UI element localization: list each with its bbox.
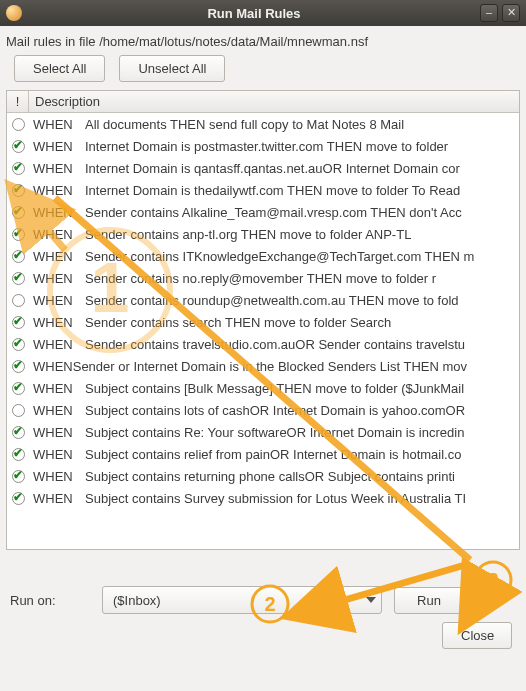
table-row[interactable]: WHENSubject contains Re: Your softwareOR… — [7, 421, 519, 443]
table-row[interactable]: WHENSender contains ITKnowledgeExchange@… — [7, 245, 519, 267]
rule-checkbox-cell[interactable] — [7, 250, 29, 263]
column-header-description[interactable]: Description — [29, 91, 519, 112]
rule-checkbox[interactable] — [12, 294, 25, 307]
rule-when-label: WHEN — [29, 425, 85, 440]
table-row[interactable]: WHENSender or Internet Domain is in the … — [7, 355, 519, 377]
table-row[interactable]: WHENSubject contains [Bulk Message] THEN… — [7, 377, 519, 399]
rule-description: Subject contains Re: Your softwareOR Int… — [85, 425, 519, 440]
table-row[interactable]: WHENSender contains roundup@netwealth.co… — [7, 289, 519, 311]
rule-description: Subject contains relief from painOR Inte… — [85, 447, 519, 462]
rule-description: Sender contains search THEN move to fold… — [85, 315, 519, 330]
rule-description: Sender contains no.reply@movember THEN m… — [85, 271, 519, 286]
table-row[interactable]: WHENSubject contains returning phone cal… — [7, 465, 519, 487]
window-titlebar: Run Mail Rules – ✕ — [0, 0, 526, 26]
table-row[interactable]: WHENInternet Domain is thedailywtf.com T… — [7, 179, 519, 201]
rule-when-label: WHEN — [29, 183, 85, 198]
rule-checkbox-cell[interactable] — [7, 184, 29, 197]
rule-checkbox[interactable] — [12, 492, 25, 505]
close-button[interactable]: Close — [442, 622, 512, 649]
run-on-value[interactable]: ($Inbox) — [102, 586, 382, 614]
rule-checkbox-cell[interactable] — [7, 118, 29, 131]
rule-when-label: WHEN — [29, 337, 85, 352]
table-row[interactable]: WHENSubject contains relief from painOR … — [7, 443, 519, 465]
rule-checkbox[interactable] — [12, 206, 25, 219]
rule-checkbox[interactable] — [12, 228, 25, 241]
table-row[interactable]: WHENAll documents THEN send full copy to… — [7, 113, 519, 135]
rules-list-header: ! Description — [7, 91, 519, 113]
table-row[interactable]: WHENInternet Domain is qantasff.qantas.n… — [7, 157, 519, 179]
rule-when-label: WHEN — [29, 139, 85, 154]
rule-when-label: WHEN — [29, 381, 85, 396]
rule-when-label: WHEN — [29, 447, 85, 462]
rule-when-label: WHEN — [29, 491, 85, 506]
selection-buttons: Select All Unselect All — [6, 55, 520, 82]
unselect-all-button[interactable]: Unselect All — [119, 55, 225, 82]
rule-checkbox-cell[interactable] — [7, 294, 29, 307]
rule-description: Subject contains returning phone callsOR… — [85, 469, 519, 484]
rule-description: Subject contains Survey submission for L… — [85, 491, 519, 506]
rule-description: Sender contains Alkaline_Team@mail.vresp… — [85, 205, 519, 220]
rule-checkbox-cell[interactable] — [7, 470, 29, 483]
rule-checkbox-cell[interactable] — [7, 448, 29, 461]
rule-checkbox[interactable] — [12, 140, 25, 153]
rule-checkbox-cell[interactable] — [7, 206, 29, 219]
rule-checkbox-cell[interactable] — [7, 492, 29, 505]
table-row[interactable]: WHENSender contains travelstudio.com.auO… — [7, 333, 519, 355]
rule-when-label: WHEN — [29, 293, 85, 308]
rule-checkbox[interactable] — [12, 250, 25, 263]
close-window-button[interactable]: ✕ — [502, 4, 520, 22]
rule-description: WHENSender or Internet Domain is in the … — [29, 359, 519, 374]
rule-checkbox-cell[interactable] — [7, 162, 29, 175]
rule-checkbox[interactable] — [12, 360, 25, 373]
rule-checkbox[interactable] — [12, 118, 25, 131]
rule-description: Sender contains roundup@netwealth.com.au… — [85, 293, 519, 308]
rule-checkbox-cell[interactable] — [7, 316, 29, 329]
table-row[interactable]: WHENSender contains Alkaline_Team@mail.v… — [7, 201, 519, 223]
rules-list: ! Description WHENAll documents THEN sen… — [6, 90, 520, 550]
rule-checkbox-cell[interactable] — [7, 360, 29, 373]
table-row[interactable]: WHENSender contains anp-tl.org THEN move… — [7, 223, 519, 245]
rule-checkbox[interactable] — [12, 404, 25, 417]
rule-checkbox[interactable] — [12, 316, 25, 329]
table-row[interactable]: WHENSender contains search THEN move to … — [7, 311, 519, 333]
rule-checkbox[interactable] — [12, 382, 25, 395]
rule-checkbox[interactable] — [12, 470, 25, 483]
rule-when-label: WHEN — [29, 271, 85, 286]
rule-checkbox[interactable] — [12, 448, 25, 461]
rule-when-label: WHEN — [29, 315, 85, 330]
app-icon — [6, 5, 22, 21]
table-row[interactable]: WHENInternet Domain is postmaster.twitte… — [7, 135, 519, 157]
table-row[interactable]: WHENSubject contains lots of cashOR Inte… — [7, 399, 519, 421]
column-header-status[interactable]: ! — [7, 91, 29, 112]
rule-checkbox-cell[interactable] — [7, 382, 29, 395]
rule-when-label: WHEN — [29, 227, 85, 242]
minimize-button[interactable]: – — [480, 4, 498, 22]
run-button[interactable]: Run — [394, 587, 464, 614]
rule-description: All documents THEN send full copy to Mat… — [85, 117, 519, 132]
rule-description: Subject contains [Bulk Message] THEN mov… — [85, 381, 519, 396]
rule-checkbox-cell[interactable] — [7, 228, 29, 241]
dialog-content: Mail rules in file /home/mat/lotus/notes… — [0, 26, 526, 657]
rule-checkbox-cell[interactable] — [7, 272, 29, 285]
rule-when-label: WHEN — [29, 469, 85, 484]
rule-description: Internet Domain is thedailywtf.com THEN … — [85, 183, 519, 198]
table-row[interactable]: WHENSubject contains Survey submission f… — [7, 487, 519, 509]
rule-checkbox-cell[interactable] — [7, 426, 29, 439]
rule-when-label: WHEN — [29, 117, 85, 132]
rule-checkbox-cell[interactable] — [7, 140, 29, 153]
rule-checkbox[interactable] — [12, 184, 25, 197]
select-all-button[interactable]: Select All — [14, 55, 105, 82]
rule-when-label: WHEN — [29, 249, 85, 264]
rule-description: Sender contains anp-tl.org THEN move to … — [85, 227, 519, 242]
run-on-select[interactable]: ($Inbox) — [102, 586, 382, 614]
rule-checkbox[interactable] — [12, 162, 25, 175]
table-row[interactable]: WHENSender contains no.reply@movember TH… — [7, 267, 519, 289]
rule-checkbox-cell[interactable] — [7, 404, 29, 417]
rule-description: Sender contains travelstudio.com.auOR Se… — [85, 337, 519, 352]
rule-description: Internet Domain is qantasff.qantas.net.a… — [85, 161, 519, 176]
rule-checkbox[interactable] — [12, 272, 25, 285]
rule-checkbox[interactable] — [12, 426, 25, 439]
rule-when-label: WHEN — [29, 205, 85, 220]
rule-checkbox-cell[interactable] — [7, 338, 29, 351]
rule-checkbox[interactable] — [12, 338, 25, 351]
